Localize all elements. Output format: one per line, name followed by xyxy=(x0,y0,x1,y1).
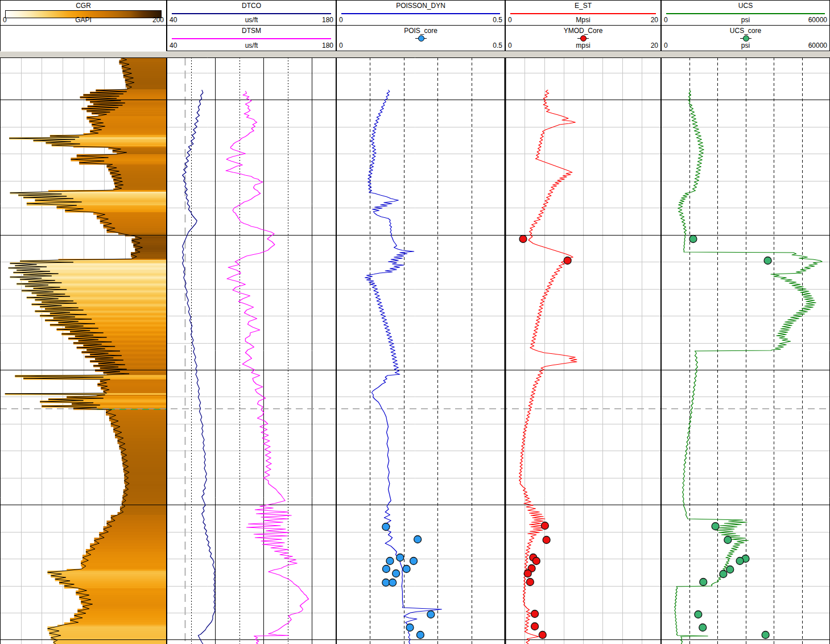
cgr-scale-unit: GAPI xyxy=(3,16,164,24)
poisson-dyn-line-sample xyxy=(341,13,500,14)
ymod-core-scale-max: 20 xyxy=(651,42,658,49)
pois-core-dot-symbol xyxy=(418,35,424,42)
poisson-scale-max: 0.5 xyxy=(493,16,502,24)
ucs-scale-max: 60000 xyxy=(808,16,827,24)
dtco-line-sample xyxy=(172,13,331,14)
poisson-scale-min: 0 xyxy=(339,16,343,24)
cgr-title: CGR xyxy=(1,2,166,10)
track-header-pois-core: POIS_core 0 0.5 xyxy=(336,25,505,51)
track-header-dtco: DTCO 40 us/ft 180 xyxy=(167,0,336,26)
e-st-scale-unit: Mpsi xyxy=(508,16,658,24)
cgr-scale-max: 200 xyxy=(152,16,164,24)
ucs-scale-unit: psi xyxy=(664,16,827,24)
e-st-scale-max: 20 xyxy=(651,16,658,24)
ucs-core-scale-unit: psi xyxy=(664,42,827,49)
track-header-ymod-core: YMOD_Core 0 mpsi 20 xyxy=(505,25,661,51)
e-st-title: E_ST xyxy=(506,2,660,10)
track-header-ucs: UCS 0 psi 60000 xyxy=(661,0,830,26)
ucs-title: UCS xyxy=(662,2,829,10)
header-plot-separator xyxy=(0,51,830,57)
dtco-title: DTCO xyxy=(167,2,336,10)
track-header-dtsm: DTSM 40 us/ft 180 xyxy=(167,25,336,51)
poisson-dyn-title: POISSON_DYN xyxy=(337,2,505,10)
pois-core-scale-min: 0 xyxy=(339,42,343,49)
e-st-line-sample xyxy=(510,13,656,14)
pois-core-title: POIS_core xyxy=(337,27,505,35)
dtco-scale-unit: us/ft xyxy=(170,16,333,24)
track-header-cgr: CGR 0 GAPI 200 xyxy=(0,0,167,26)
ucs-core-scale-max: 60000 xyxy=(808,42,827,49)
track-header-cgr-empty xyxy=(0,26,167,51)
ucs-core-title: UCS_core xyxy=(662,27,829,35)
pois-core-scale-max: 0.5 xyxy=(493,42,502,49)
ymod-core-dot-symbol xyxy=(580,35,587,42)
log-plot-canvas xyxy=(0,57,830,644)
ymod-core-title: YMOD_Core xyxy=(506,27,660,35)
ucs-core-dot-symbol xyxy=(743,35,749,42)
dtsm-scale-max: 180 xyxy=(322,42,333,49)
ymod-core-scale-unit: mpsi xyxy=(508,42,658,49)
dtsm-scale-unit: us/ft xyxy=(170,42,333,49)
track-header-ucs-core: UCS_core 0 psi 60000 xyxy=(661,25,830,51)
dtsm-title: DTSM xyxy=(167,27,336,35)
dtsm-line-sample xyxy=(172,38,331,39)
track-header-poisson-dyn: POISSON_DYN 0 0.5 xyxy=(336,0,505,26)
ucs-line-sample xyxy=(666,13,825,14)
track-header-e-st: E_ST 0 Mpsi 20 xyxy=(505,0,661,26)
well-log-viewer: { "header": { "tracks": [ {"key":"CGR","… xyxy=(0,0,830,644)
dtco-scale-max: 180 xyxy=(322,16,333,24)
